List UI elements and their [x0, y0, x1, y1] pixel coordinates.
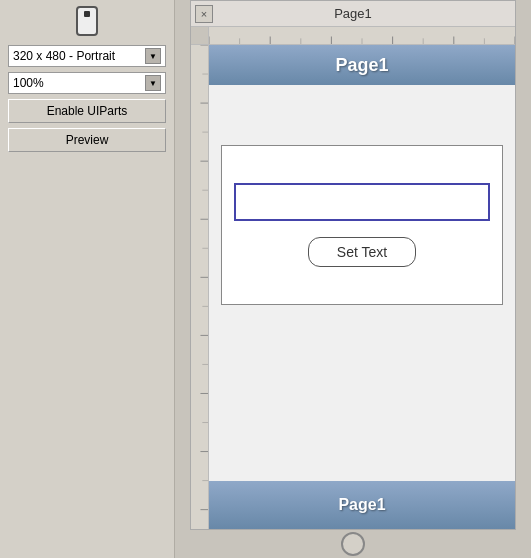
zoom-select[interactable]: 100% ▼ — [8, 72, 166, 94]
device-icon — [76, 6, 98, 36]
zoom-label: 100% — [13, 76, 145, 90]
text-input[interactable] — [234, 183, 490, 221]
preview-button[interactable]: Preview — [8, 128, 166, 152]
device-icon-row — [8, 6, 166, 36]
resolution-arrow-icon: ▼ — [145, 48, 161, 64]
widget-box: Set Text — [221, 145, 503, 305]
ruler-vertical — [191, 45, 209, 529]
ruler-container: Page1 Set Text Page1 — [191, 27, 515, 529]
zoom-arrow-icon: ▼ — [145, 75, 161, 91]
ruler-corner — [191, 27, 209, 45]
left-panel: 320 x 480 - Portrait ▼ 100% ▼ Enable UIP… — [0, 0, 175, 558]
ruler-horizontal — [209, 27, 515, 44]
home-indicator — [190, 530, 516, 558]
right-panel: × Page1 — [175, 0, 531, 558]
phone-content: Set Text — [209, 85, 515, 481]
phone-nav-top: Page1 — [209, 45, 515, 85]
set-text-button[interactable]: Set Text — [308, 237, 416, 267]
resolution-label: 320 x 480 - Portrait — [13, 49, 145, 63]
window-titlebar: × Page1 — [191, 1, 515, 27]
ruler-top — [191, 27, 515, 45]
window-title: Page1 — [217, 6, 511, 21]
phone-screen: Page1 Set Text Page1 — [209, 45, 515, 529]
close-button[interactable]: × — [195, 5, 213, 23]
home-button[interactable] — [341, 532, 365, 556]
phone-nav-bottom: Page1 — [209, 481, 515, 529]
canvas-area: Page1 Set Text Page1 — [191, 45, 515, 529]
enable-uiparts-button[interactable]: Enable UIParts — [8, 99, 166, 123]
phone-frame: × Page1 — [190, 0, 516, 530]
nav-top-title: Page1 — [335, 55, 388, 76]
close-icon: × — [201, 8, 207, 20]
nav-bottom-title: Page1 — [338, 496, 385, 514]
resolution-select[interactable]: 320 x 480 - Portrait ▼ — [8, 45, 166, 67]
